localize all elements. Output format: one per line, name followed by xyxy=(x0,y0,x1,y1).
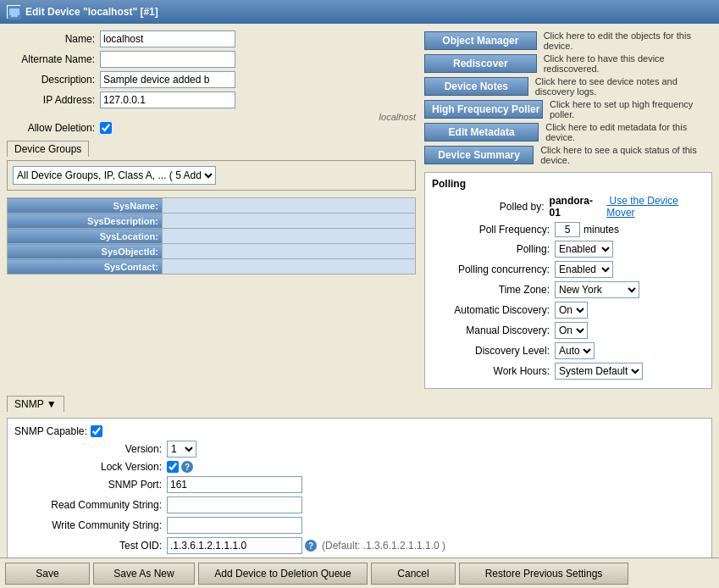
work-hours-row: Work Hours: System Default xyxy=(432,363,705,380)
device-summary-button[interactable]: Device Summary xyxy=(424,146,534,164)
right-column: Object Manager Click here to edit the ob… xyxy=(424,31,712,389)
polled-by-value: pandora-01 xyxy=(550,195,602,219)
btn-desc-3: Click here to set up high frequency poll… xyxy=(550,99,712,119)
sys-desc-value xyxy=(162,214,415,229)
restore-button[interactable]: Restore Previous Settings xyxy=(459,563,628,585)
btn-desc-1: Click here to have this device rediscove… xyxy=(544,53,712,74)
add-to-deletion-queue-button[interactable]: Add Device to Deletion Queue xyxy=(198,563,368,585)
sys-name-label: SysName: xyxy=(8,198,163,214)
allow-deletion-row: Allow Deletion: xyxy=(7,122,416,134)
sys-contact-label: SysContact: xyxy=(8,259,163,275)
read-community-row: Read Community String: xyxy=(14,496,705,513)
edit-metadata-button[interactable]: Edit Metadata xyxy=(424,123,539,141)
allow-deletion-checkbox[interactable] xyxy=(100,122,112,134)
bottom-bar: Save Save As New Add Device to Deletion … xyxy=(0,557,719,588)
use-mover-link[interactable]: Use the Device Mover xyxy=(606,195,705,219)
ip-input[interactable] xyxy=(100,92,235,108)
cancel-button[interactable]: Cancel xyxy=(371,563,456,585)
ip-hint: localhost xyxy=(100,112,416,122)
btn-row-3: High Frequency Poller Click here to set … xyxy=(424,99,712,119)
read-community-label: Read Community String: xyxy=(14,499,167,511)
save-as-new-button[interactable]: Save As New xyxy=(93,563,195,585)
btn-desc-2: Click here to see device notes and disco… xyxy=(535,76,712,97)
write-community-input[interactable] xyxy=(167,517,302,534)
sys-contact-row: SysContact: xyxy=(8,259,416,275)
action-buttons: Object Manager Click here to edit the ob… xyxy=(424,31,712,165)
version-select[interactable]: 12c3 xyxy=(167,441,196,458)
snmp-port-label: SNMP Port: xyxy=(14,479,167,491)
btn-row-0: Object Manager Click here to edit the ob… xyxy=(424,31,712,51)
auto-disc-select[interactable]: On Off xyxy=(555,302,588,319)
sys-location-label: SysLocation: xyxy=(8,229,163,244)
snmp-tab[interactable]: SNMP ▼ xyxy=(7,396,64,412)
read-community-input[interactable] xyxy=(167,496,302,513)
snmp-capable-label: SNMP Capable: xyxy=(14,425,87,437)
manual-disc-row: Manual Discovery: On Off xyxy=(432,322,705,339)
lock-version-row: Lock Version: ? xyxy=(14,461,705,473)
write-community-label: Write Community String: xyxy=(14,519,167,531)
top-section: Name: Alternate Name: Description: IP Ad… xyxy=(7,31,712,389)
btn-desc-5: Click here to see a quick status of this… xyxy=(540,145,712,165)
polling-select[interactable]: Enabled Disabled xyxy=(555,241,613,258)
alt-name-row: Alternate Name: xyxy=(7,51,416,68)
sys-contact-value xyxy=(162,259,415,275)
sys-name-value xyxy=(162,198,415,214)
desc-input[interactable] xyxy=(100,71,235,88)
device-notes-button[interactable]: Device Notes xyxy=(424,77,528,96)
sys-objectid-label: SysObjectId: xyxy=(8,244,163,259)
manual-disc-select[interactable]: On Off xyxy=(555,322,588,339)
svg-rect-2 xyxy=(11,15,18,17)
polled-by-row: Polled by: pandora-01 Use the Device Mov… xyxy=(432,195,705,219)
concurrency-select[interactable]: Enabled Disabled xyxy=(555,261,613,278)
auto-disc-row: Automatic Discovery: On Off xyxy=(432,302,705,319)
rediscover-button[interactable]: Rediscover xyxy=(424,54,537,73)
work-hours-label: Work Hours: xyxy=(432,365,555,377)
btn-row-2: Device Notes Click here to see device no… xyxy=(424,76,712,97)
desc-label: Description: xyxy=(7,74,100,86)
object-manager-button[interactable]: Object Manager xyxy=(424,31,537,50)
freq-input[interactable] xyxy=(555,222,580,237)
freq-label: Poll Frequency: xyxy=(432,224,555,236)
polling-container: Polling Polled by: pandora-01 Use the De… xyxy=(424,172,712,389)
lock-version-label: Lock Version: xyxy=(14,461,167,473)
timezone-select[interactable]: New York xyxy=(555,281,639,298)
alt-name-input[interactable] xyxy=(100,51,235,68)
test-oid-row: Test OID: ? (Default: .1.3.6.1.2.1.1.1.0… xyxy=(14,537,705,554)
write-community-row: Write Community String: xyxy=(14,517,705,534)
device-groups-tab: Device Groups xyxy=(7,141,89,157)
snmp-port-input[interactable] xyxy=(167,476,302,493)
lock-version-checkbox[interactable] xyxy=(167,461,179,473)
concurrency-row: Polling concurrency: Enabled Disabled xyxy=(432,261,705,278)
snmp-section: SNMP ▼ SNMP Capable: Version: 12c3 Lock … xyxy=(7,396,712,557)
title-text: Edit Device "localhost" [#1] xyxy=(25,6,158,18)
manual-disc-label: Manual Discovery: xyxy=(432,325,555,336)
save-button[interactable]: Save xyxy=(5,563,90,585)
ip-row: IP Address: xyxy=(7,92,416,108)
btn-row-5: Device Summary Click here to see a quick… xyxy=(424,145,712,165)
name-input[interactable] xyxy=(100,31,235,47)
polling-box: Polling Polled by: pandora-01 Use the De… xyxy=(424,172,712,389)
test-oid-default: (Default: .1.3.6.1.2.1.1.1.0 ) xyxy=(322,540,445,552)
left-form: Name: Alternate Name: Description: IP Ad… xyxy=(7,31,416,389)
lock-version-help-icon[interactable]: ? xyxy=(181,461,193,473)
work-hours-select[interactable]: System Default xyxy=(555,363,643,380)
sys-objectid-row: SysObjectId: xyxy=(8,244,416,259)
high-frequency-poller-button[interactable]: High Frequency Poller xyxy=(424,100,543,119)
desc-row: Description: xyxy=(7,71,416,88)
test-oid-help-icon[interactable]: ? xyxy=(305,540,317,552)
test-oid-input[interactable] xyxy=(167,537,302,554)
svg-rect-1 xyxy=(9,8,19,15)
title-bar-icon xyxy=(7,5,20,19)
snmp-capable-checkbox[interactable] xyxy=(91,425,102,437)
version-label: Version: xyxy=(14,443,167,455)
sys-desc-label: SysDescription: xyxy=(8,214,163,229)
sys-location-value xyxy=(162,229,415,244)
disc-level-select[interactable]: Auto xyxy=(555,342,595,359)
auto-disc-label: Automatic Discovery: xyxy=(432,304,555,316)
polling-row: Polling: Enabled Disabled xyxy=(432,241,705,258)
btn-desc-4: Click here to edit metadata for this dev… xyxy=(545,122,712,142)
allow-deletion-label: Allow Deletion: xyxy=(7,122,100,134)
sys-name-row: SysName: xyxy=(8,198,416,214)
btn-row-1: Rediscover Click here to have this devic… xyxy=(424,53,712,74)
device-groups-select[interactable]: All Device Groups, IP, Class A, ... ( 5 … xyxy=(13,166,216,185)
